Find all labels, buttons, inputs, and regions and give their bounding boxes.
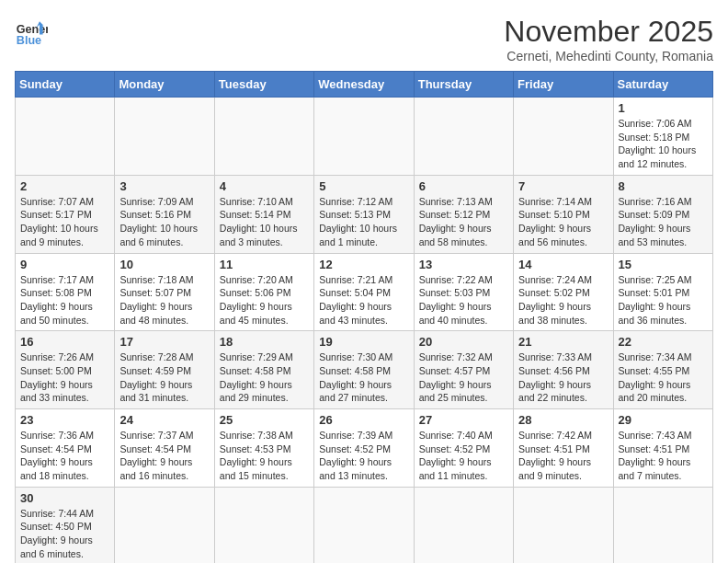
- calendar-cell: 2Sunrise: 7:07 AM Sunset: 5:17 PM Daylig…: [16, 175, 115, 253]
- day-number: 16: [20, 335, 109, 349]
- day-info: Sunrise: 7:39 AM Sunset: 4:52 PM Dayligh…: [319, 429, 408, 483]
- day-info: Sunrise: 7:38 AM Sunset: 4:53 PM Dayligh…: [220, 429, 309, 483]
- day-info: Sunrise: 7:21 AM Sunset: 5:04 PM Dayligh…: [319, 273, 408, 327]
- day-info: Sunrise: 7:16 AM Sunset: 5:09 PM Dayligh…: [619, 195, 708, 249]
- day-info: Sunrise: 7:28 AM Sunset: 4:59 PM Dayligh…: [119, 350, 209, 405]
- calendar-cell: [613, 487, 712, 563]
- calendar-cell: [314, 487, 414, 563]
- calendar-cell: 9Sunrise: 7:17 AM Sunset: 5:08 PM Daylig…: [16, 253, 115, 331]
- day-number: 21: [518, 335, 608, 349]
- day-info: Sunrise: 7:18 AM Sunset: 5:07 PM Dayligh…: [119, 273, 209, 327]
- calendar-week-row: 9Sunrise: 7:17 AM Sunset: 5:08 PM Daylig…: [16, 253, 713, 331]
- day-number: 12: [319, 258, 408, 271]
- day-info: Sunrise: 7:17 AM Sunset: 5:08 PM Dayligh…: [20, 273, 109, 327]
- calendar-cell: 7Sunrise: 7:14 AM Sunset: 5:10 PM Daylig…: [514, 175, 613, 253]
- day-number: 2: [20, 179, 109, 193]
- calendar-cell: 22Sunrise: 7:34 AM Sunset: 4:55 PM Dayli…: [613, 331, 712, 409]
- day-info: Sunrise: 7:22 AM Sunset: 5:03 PM Dayligh…: [419, 273, 508, 327]
- svg-text:Blue: Blue: [17, 34, 41, 47]
- calendar-week-row: 1Sunrise: 7:06 AM Sunset: 5:18 PM Daylig…: [16, 98, 713, 176]
- day-info: Sunrise: 7:37 AM Sunset: 4:54 PM Dayligh…: [119, 429, 209, 483]
- calendar-cell: 21Sunrise: 7:33 AM Sunset: 4:56 PM Dayli…: [514, 331, 613, 409]
- calendar-cell: [115, 487, 214, 563]
- logo-icon: General Blue: [15, 15, 48, 48]
- calendar-cell: [414, 487, 513, 563]
- day-number: 27: [419, 413, 508, 427]
- day-number: 8: [619, 179, 708, 193]
- calendar-cell: 30Sunrise: 7:44 AM Sunset: 4:50 PM Dayli…: [16, 487, 115, 563]
- calendar: Sunday Monday Tuesday Wednesday Thursday…: [15, 71, 713, 563]
- subtitle: Cerneti, Mehedinti County, Romania: [504, 49, 713, 63]
- calendar-cell: 6Sunrise: 7:13 AM Sunset: 5:12 PM Daylig…: [414, 175, 513, 253]
- calendar-cell: 29Sunrise: 7:43 AM Sunset: 4:51 PM Dayli…: [613, 409, 712, 488]
- calendar-cell: 10Sunrise: 7:18 AM Sunset: 5:07 PM Dayli…: [115, 253, 214, 331]
- day-info: Sunrise: 7:26 AM Sunset: 5:00 PM Dayligh…: [20, 350, 109, 405]
- header-monday: Monday: [115, 72, 214, 98]
- calendar-cell: 27Sunrise: 7:40 AM Sunset: 4:52 PM Dayli…: [414, 409, 513, 488]
- day-info: Sunrise: 7:36 AM Sunset: 4:54 PM Dayligh…: [20, 429, 109, 483]
- day-info: Sunrise: 7:20 AM Sunset: 5:06 PM Dayligh…: [220, 273, 309, 327]
- day-number: 3: [119, 179, 209, 193]
- day-number: 29: [619, 413, 708, 427]
- calendar-cell: 1Sunrise: 7:06 AM Sunset: 5:18 PM Daylig…: [613, 98, 712, 176]
- calendar-cell: [514, 98, 613, 176]
- day-info: Sunrise: 7:10 AM Sunset: 5:14 PM Dayligh…: [220, 195, 309, 249]
- calendar-cell: 4Sunrise: 7:10 AM Sunset: 5:14 PM Daylig…: [214, 175, 313, 253]
- calendar-cell: 12Sunrise: 7:21 AM Sunset: 5:04 PM Dayli…: [314, 253, 414, 331]
- calendar-cell: 11Sunrise: 7:20 AM Sunset: 5:06 PM Dayli…: [214, 253, 313, 331]
- day-info: Sunrise: 7:40 AM Sunset: 4:52 PM Dayligh…: [419, 429, 508, 483]
- day-info: Sunrise: 7:25 AM Sunset: 5:01 PM Dayligh…: [619, 273, 708, 327]
- day-number: 20: [419, 335, 508, 349]
- day-info: Sunrise: 7:13 AM Sunset: 5:12 PM Dayligh…: [419, 195, 508, 249]
- day-info: Sunrise: 7:12 AM Sunset: 5:13 PM Dayligh…: [319, 195, 408, 249]
- day-number: 11: [220, 258, 309, 271]
- day-number: 17: [119, 335, 209, 349]
- day-info: Sunrise: 7:07 AM Sunset: 5:17 PM Dayligh…: [20, 195, 109, 249]
- calendar-cell: 14Sunrise: 7:24 AM Sunset: 5:02 PM Dayli…: [514, 253, 613, 331]
- calendar-cell: 25Sunrise: 7:38 AM Sunset: 4:53 PM Dayli…: [214, 409, 313, 488]
- calendar-cell: 13Sunrise: 7:22 AM Sunset: 5:03 PM Dayli…: [414, 253, 513, 331]
- calendar-cell: [16, 98, 115, 176]
- day-info: Sunrise: 7:42 AM Sunset: 4:51 PM Dayligh…: [518, 429, 608, 483]
- calendar-cell: [214, 98, 313, 176]
- header-wednesday: Wednesday: [314, 72, 414, 98]
- header: General Blue November 2025 Cerneti, Mehe…: [15, 15, 713, 63]
- day-number: 19: [319, 335, 408, 349]
- day-number: 10: [119, 258, 209, 271]
- title-area: November 2025 Cerneti, Mehedinti County,…: [504, 15, 713, 63]
- calendar-week-row: 23Sunrise: 7:36 AM Sunset: 4:54 PM Dayli…: [16, 409, 713, 488]
- day-info: Sunrise: 7:33 AM Sunset: 4:56 PM Dayligh…: [518, 350, 608, 405]
- day-number: 14: [518, 258, 608, 271]
- calendar-cell: 8Sunrise: 7:16 AM Sunset: 5:09 PM Daylig…: [613, 175, 712, 253]
- calendar-week-row: 30Sunrise: 7:44 AM Sunset: 4:50 PM Dayli…: [16, 487, 713, 563]
- day-number: 24: [119, 413, 209, 427]
- calendar-cell: 16Sunrise: 7:26 AM Sunset: 5:00 PM Dayli…: [16, 331, 115, 409]
- day-info: Sunrise: 7:29 AM Sunset: 4:58 PM Dayligh…: [220, 350, 309, 405]
- calendar-cell: [115, 98, 214, 176]
- calendar-cell: 26Sunrise: 7:39 AM Sunset: 4:52 PM Dayli…: [314, 409, 414, 488]
- calendar-cell: [414, 98, 513, 176]
- header-thursday: Thursday: [414, 72, 513, 98]
- day-number: 7: [518, 179, 608, 193]
- day-number: 5: [319, 179, 408, 193]
- calendar-cell: [514, 487, 613, 563]
- header-friday: Friday: [514, 72, 613, 98]
- day-number: 23: [20, 413, 109, 427]
- day-info: Sunrise: 7:44 AM Sunset: 4:50 PM Dayligh…: [20, 507, 109, 561]
- day-info: Sunrise: 7:09 AM Sunset: 5:16 PM Dayligh…: [119, 195, 209, 249]
- header-tuesday: Tuesday: [214, 72, 313, 98]
- day-info: Sunrise: 7:30 AM Sunset: 4:58 PM Dayligh…: [319, 350, 408, 405]
- day-number: 18: [220, 335, 309, 349]
- day-number: 30: [20, 491, 109, 505]
- calendar-cell: [314, 98, 414, 176]
- month-title: November 2025: [504, 15, 713, 49]
- header-saturday: Saturday: [613, 72, 712, 98]
- calendar-cell: 17Sunrise: 7:28 AM Sunset: 4:59 PM Dayli…: [115, 331, 214, 409]
- day-info: Sunrise: 7:34 AM Sunset: 4:55 PM Dayligh…: [619, 350, 708, 405]
- calendar-cell: [214, 487, 313, 563]
- day-number: 22: [619, 335, 708, 349]
- calendar-cell: 28Sunrise: 7:42 AM Sunset: 4:51 PM Dayli…: [514, 409, 613, 488]
- day-info: Sunrise: 7:32 AM Sunset: 4:57 PM Dayligh…: [419, 350, 508, 405]
- day-number: 25: [220, 413, 309, 427]
- weekday-header-row: Sunday Monday Tuesday Wednesday Thursday…: [16, 72, 713, 98]
